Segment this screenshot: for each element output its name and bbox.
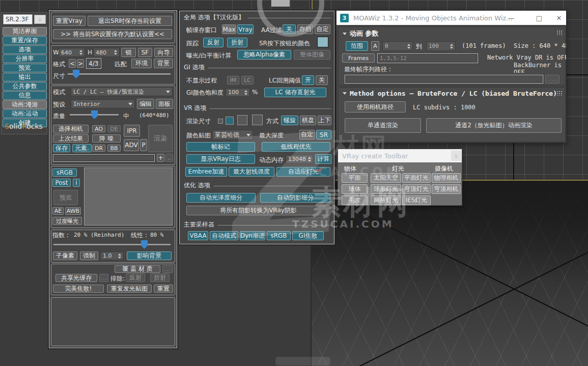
output-path-field[interactable] bbox=[53, 154, 155, 162]
sidebar-item-common-params[interactable]: 公共参数 bbox=[3, 82, 47, 91]
spiral-button[interactable]: 螺旋 bbox=[281, 116, 298, 125]
reuse-irmap-button[interactable]: 重复发光贴图 bbox=[107, 285, 152, 293]
vbaa-button[interactable]: VBAA bbox=[188, 231, 208, 240]
aa-custom-button[interactable]: 自定 bbox=[315, 24, 330, 34]
exposure-slider[interactable] bbox=[53, 240, 171, 249]
ipr-button[interactable]: IPR bbox=[124, 125, 140, 137]
save-button[interactable]: 保存 bbox=[53, 144, 70, 152]
create-sphere-light-button[interactable]: 球形灯光 bbox=[371, 184, 401, 194]
adaptive-lights-button[interactable]: 自适应灯光 bbox=[276, 167, 330, 177]
format-next-button[interactable]: > bbox=[77, 59, 84, 68]
sr-close-button[interactable]: x bbox=[34, 15, 46, 24]
create-physical-camera-button[interactable]: 物理相机 bbox=[432, 173, 461, 183]
spinner-arrows-icon[interactable] bbox=[114, 50, 117, 55]
range-start-spinner[interactable]: 0 bbox=[382, 41, 413, 51]
ignore-alpha-button[interactable]: 忽略Alpha像素 bbox=[237, 50, 291, 60]
show-vray-log-button[interactable]: 显示VRay日志 bbox=[186, 154, 255, 164]
create-sun-sky-button[interactable]: 太阳天空 bbox=[371, 173, 401, 183]
retrace-on-button[interactable]: 开 bbox=[302, 75, 314, 85]
auto-glossy-subdivs-button[interactable]: 自动光泽度细分 bbox=[186, 193, 256, 203]
frames-input[interactable]: 1,3,5-12 bbox=[377, 53, 478, 63]
srgb-global-button[interactable]: sRGB bbox=[267, 231, 291, 240]
browse-path-button[interactable]: .. bbox=[165, 154, 173, 162]
moawiz-titlebar[interactable]: 3 MOAWiz 1.3.2 - Moving Objects Animatio… bbox=[337, 11, 567, 25]
sr-pressed-color-swatch[interactable] bbox=[317, 37, 328, 47]
spinner-arrows-icon[interactable] bbox=[244, 90, 247, 95]
perfect-caustics-button[interactable]: 完美焦散! bbox=[53, 285, 104, 293]
close-button[interactable]: ✕ bbox=[551, 11, 567, 25]
p-button[interactable]: P bbox=[140, 139, 147, 151]
affect-background-button[interactable]: 影响背景 bbox=[127, 251, 172, 260]
create-plane-light-button[interactable]: 平面灯光 bbox=[402, 173, 431, 183]
subpixel-button[interactable]: 子像素 bbox=[53, 251, 77, 260]
aspect-ratio-field[interactable]: 4/3 bbox=[86, 58, 101, 69]
topbottom-button[interactable]: 上下 bbox=[318, 116, 331, 125]
fb-max-button[interactable]: Max bbox=[222, 24, 236, 34]
quality-slider[interactable] bbox=[70, 110, 119, 119]
slider-track[interactable] bbox=[53, 244, 171, 246]
max-ray-intensity-button[interactable]: 最大射线强度 bbox=[229, 167, 274, 177]
add-path-button[interactable]: + bbox=[157, 154, 164, 162]
pick-camera-button[interactable]: 选择相机 bbox=[53, 125, 89, 133]
size-preset-3[interactable] bbox=[237, 115, 247, 125]
preset-panel-button[interactable]: 面板 bbox=[156, 99, 173, 109]
sidebar-item-preview[interactable]: 预览 bbox=[3, 64, 47, 72]
wizard-button[interactable]: 向导 bbox=[154, 48, 173, 57]
rollout-method-header[interactable]: Method options — BruteForce / LC (biased… bbox=[343, 90, 557, 97]
save-on-exit-button[interactable]: 退出SR时保存当前设置 bbox=[88, 16, 172, 26]
dyn-progressive-button[interactable]: Dyn渐进 bbox=[240, 231, 265, 240]
ae-button[interactable]: AE bbox=[52, 207, 64, 215]
create-dome-light-button[interactable]: 穹顶灯光 bbox=[402, 184, 431, 194]
use-camera-path-button[interactable]: 使用相机路径 bbox=[345, 101, 406, 112]
drag-grip-icon[interactable] bbox=[556, 30, 563, 35]
maxdepth-sr-button[interactable]: SR bbox=[316, 130, 331, 139]
sidebar-item-resolution[interactable]: 分辨率 bbox=[3, 54, 47, 63]
preset-dropdown[interactable]: Interior bbox=[71, 99, 135, 108]
safe-frame-button[interactable]: SF bbox=[138, 48, 152, 57]
override-material-browse[interactable]: . . . bbox=[162, 265, 173, 273]
post-button[interactable]: Post bbox=[52, 179, 71, 187]
save-default-button[interactable]: >> 将当前SR设置保存为默认设置<< bbox=[53, 29, 172, 39]
whole-image-button[interactable]: 整体图像 bbox=[294, 50, 330, 60]
share-lightcache-browse[interactable]: . . . bbox=[99, 274, 108, 282]
trace-reflection-button[interactable]: 反射 bbox=[203, 38, 223, 47]
spinner-arrows-icon[interactable] bbox=[308, 157, 311, 162]
retrace-off-button[interactable]: 关 bbox=[316, 75, 328, 85]
size-slider[interactable] bbox=[68, 69, 171, 78]
lock-aspect-button[interactable]: 锁 bbox=[121, 48, 136, 57]
fb-vray-button[interactable]: Vray bbox=[237, 24, 254, 34]
aa-archive-button[interactable]: 存档 bbox=[297, 24, 313, 34]
create-mesh-light-button[interactable]: 网格灯光 bbox=[371, 195, 401, 205]
final-path-input[interactable] bbox=[345, 75, 543, 83]
slider-handle[interactable] bbox=[141, 240, 148, 249]
slider-handle[interactable] bbox=[91, 110, 98, 119]
auto-mode-button[interactable]: 自动模式 bbox=[210, 231, 238, 240]
range-button[interactable]: 范围 bbox=[346, 41, 368, 51]
maxdepth-custom-button[interactable]: 自定 bbox=[299, 130, 315, 139]
create-plane-button[interactable]: 平面 bbox=[342, 173, 368, 183]
bb-button[interactable]: BB bbox=[107, 145, 121, 152]
spinner-arrows-icon[interactable] bbox=[407, 44, 410, 49]
drag-grip-icon[interactable] bbox=[556, 91, 563, 96]
slider-handle[interactable] bbox=[73, 70, 79, 78]
adv-button[interactable]: ADV bbox=[124, 139, 139, 151]
range-end-spinner[interactable]: 100 bbox=[426, 41, 456, 51]
minimize-button[interactable]: — bbox=[500, 11, 522, 25]
checker-button[interactable]: 棋盘 bbox=[300, 116, 316, 125]
sr-version-field[interactable]: SR.2.3F bbox=[3, 14, 33, 24]
sidebar-item-anim-walkthrough[interactable]: 动画:漫游 bbox=[3, 100, 47, 109]
frames-button[interactable]: Frames bbox=[342, 53, 375, 63]
rollout-anim-header[interactable]: 动画 参数 bbox=[343, 29, 379, 38]
aa-off-button[interactable]: 关 bbox=[283, 24, 296, 34]
size-preset-4[interactable] bbox=[252, 115, 263, 125]
srgb-button[interactable]: sRGB bbox=[52, 168, 77, 177]
dyn-memory-spinner[interactable]: 13048 bbox=[286, 155, 313, 163]
trace-refraction-button[interactable]: 折射 bbox=[227, 38, 247, 47]
render-button[interactable]: 渲染 bbox=[148, 125, 173, 152]
sidebar-item-simple-ui[interactable]: 简洁界面 bbox=[3, 27, 47, 36]
vray-toolbar-titlebar[interactable]: VRay create Toolbar x bbox=[338, 149, 462, 162]
embree-button[interactable]: Embree加速 bbox=[185, 167, 227, 177]
denoise-button[interactable]: 降 噪 bbox=[92, 134, 121, 143]
elements-button[interactable]: 元素. bbox=[72, 144, 92, 152]
reset-vray-button[interactable]: 重置Vray bbox=[53, 16, 86, 26]
